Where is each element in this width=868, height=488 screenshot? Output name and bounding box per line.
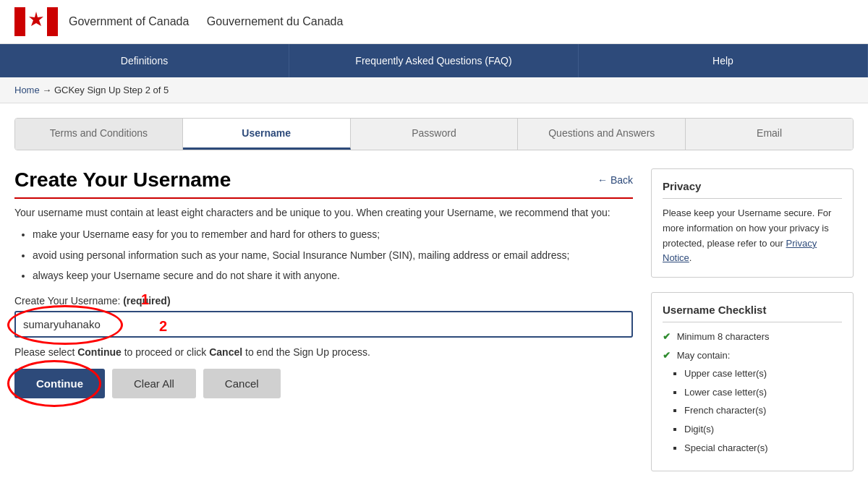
description: Your username must contain at least eigh…	[14, 205, 633, 284]
page-title-row: Create Your Username Back	[14, 168, 633, 199]
breadcrumb-current: GCKey Sign Up Step 2 of 5	[54, 85, 169, 95]
may-contain-list: Upper case letter(s) Lower case letter(s…	[673, 367, 842, 456]
clear-all-button[interactable]: Clear All	[112, 369, 196, 398]
check-icon-2: ✔	[663, 350, 671, 361]
bullet-2: avoid using personal information such as…	[33, 247, 633, 263]
svg-rect-1	[14, 7, 25, 36]
button-row: Continue Clear All Cancel	[14, 369, 633, 398]
description-bullets: make your Username easy for you to remem…	[33, 226, 633, 283]
gov-en-label: Government of Canada	[69, 15, 189, 28]
step-username[interactable]: Username	[183, 119, 351, 150]
gov-fr-label: Gouvernement du Canada	[207, 15, 344, 28]
form-wrapper: 1 Create Your Username: (required) 2 Ple…	[14, 295, 633, 398]
form-required: (required)	[123, 295, 170, 307]
main-container: Terms and Conditions Username Password Q…	[0, 103, 868, 488]
sub-item-french: French character(s)	[684, 403, 842, 419]
description-intro: Your username must contain at least eigh…	[14, 205, 633, 221]
cancel-button[interactable]: Cancel	[203, 369, 281, 398]
continue-button[interactable]: Continue	[14, 369, 105, 398]
step-email[interactable]: Email	[686, 119, 853, 150]
step-terms[interactable]: Terms and Conditions	[15, 119, 183, 150]
government-title: Government of Canada Gouvernement du Can…	[69, 15, 357, 28]
navbar: Definitions Frequently Asked Questions (…	[0, 44, 868, 77]
back-link[interactable]: Back	[597, 174, 633, 186]
breadcrumb-arrow: →	[42, 85, 51, 95]
bullet-1: make your Username easy for you to remem…	[33, 226, 633, 242]
sub-item-lower: Lower case letter(s)	[684, 385, 842, 401]
steps-container: Terms and Conditions Username Password Q…	[14, 118, 854, 150]
bullet-3: always keep your Username secure and do …	[33, 267, 633, 283]
input-wrapper: 2	[14, 311, 633, 346]
check-icon-1: ✔	[663, 331, 671, 342]
page-title: Create Your Username	[14, 168, 231, 192]
privacy-box: Privacy Please keep your Username secure…	[651, 168, 854, 278]
sub-item-special: Special character(s)	[684, 441, 842, 456]
username-input[interactable]	[14, 311, 633, 338]
svg-rect-2	[47, 7, 58, 36]
main-content: Create Your Username Back Your username …	[14, 168, 633, 486]
step-password[interactable]: Password	[351, 119, 519, 150]
checklist-item-2: ✔ May contain: Upper case letter(s) Lowe…	[663, 348, 842, 456]
canada-flag-icon	[14, 7, 58, 36]
sub-item-digit: Digit(s)	[684, 422, 842, 437]
form-label: Create Your Username: (required)	[14, 295, 633, 307]
breadcrumb-home-link[interactable]: Home	[14, 85, 40, 95]
privacy-text: Please keep your Username secure. For mo…	[663, 206, 842, 266]
nav-help[interactable]: Help	[579, 44, 868, 77]
checklist: ✔ Minimum 8 characters ✔ May contain: Up…	[663, 330, 842, 456]
checklist-box: Username Checklist ✔ Minimum 8 character…	[651, 292, 854, 471]
breadcrumb: Home → GCKey Sign Up Step 2 of 5	[0, 77, 868, 103]
content-area: Create Your Username Back Your username …	[14, 168, 854, 486]
privacy-title: Privacy	[663, 180, 842, 199]
sub-item-upper: Upper case letter(s)	[684, 367, 842, 382]
nav-definitions[interactable]: Definitions	[0, 44, 289, 77]
nav-faq[interactable]: Frequently Asked Questions (FAQ)	[289, 44, 579, 77]
header: Government of Canada Gouvernement du Can…	[0, 0, 868, 44]
step-questions[interactable]: Questions and Answers	[518, 119, 686, 150]
checklist-item-1: ✔ Minimum 8 characters	[663, 330, 842, 345]
form-label-text: Create Your Username:	[14, 295, 120, 307]
checklist-title: Username Checklist	[663, 304, 842, 322]
sidebar: Privacy Please keep your Username secure…	[651, 168, 854, 486]
instruction-text: Please select Continue to proceed or cli…	[14, 346, 633, 358]
